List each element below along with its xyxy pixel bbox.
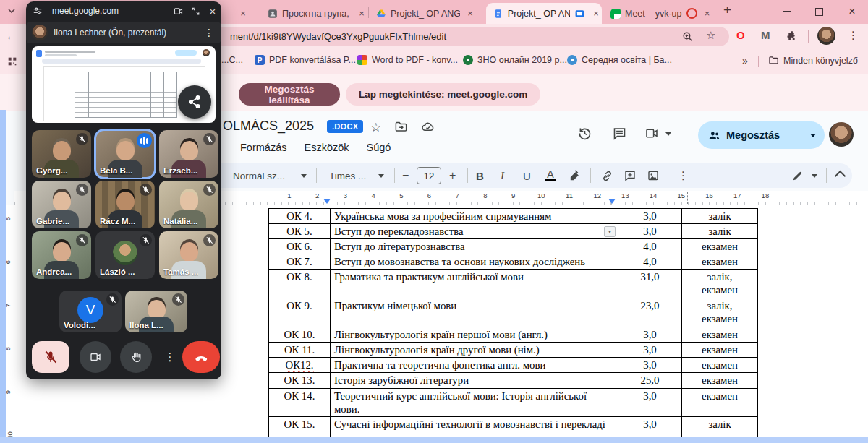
font-size-input[interactable]: 12 — [417, 167, 441, 184]
stop-sharing-button[interactable]: Megosztás leállítása — [239, 83, 340, 106]
bookmark-partial[interactable]: ...C... — [221, 55, 243, 65]
text-color-button[interactable]: A — [545, 163, 556, 188]
assessment-cell[interactable]: екзамен — [682, 254, 758, 270]
browser-profile-avatar[interactable] — [817, 27, 835, 45]
window-close-button[interactable]: × — [836, 0, 868, 23]
meet-caret-icon[interactable] — [665, 132, 671, 136]
course-id-cell[interactable]: ОК 14. — [269, 389, 331, 417]
assessment-cell[interactable]: екзамен — [682, 358, 758, 373]
credits-cell[interactable]: 31,0 — [618, 270, 682, 298]
tab-active-docs[interactable]: Projekt_ OP AN × — [486, 3, 602, 24]
editing-mode-caret[interactable] — [812, 174, 817, 178]
docs-account-avatar[interactable] — [829, 122, 854, 147]
participant-tile[interactable]: Tamás ... — [159, 231, 218, 279]
participant-tile-speaking[interactable]: Béla B... — [95, 130, 155, 178]
meet-pip-window[interactable]: meet.google.com × Ilona Lechner (Ön, pre… — [26, 1, 221, 379]
pip-close-icon[interactable]: × — [204, 2, 221, 20]
pip-media-controls-icon[interactable] — [29, 2, 46, 20]
italic-button[interactable]: I — [501, 163, 504, 188]
cloud-saved-icon[interactable] — [421, 120, 435, 134]
leave-call-button[interactable] — [182, 341, 220, 373]
course-name-cell[interactable]: Лінгвокультурологія країн другої мови (н… — [331, 343, 618, 358]
add-comment-icon[interactable] — [624, 163, 637, 188]
extensions-puzzle-icon[interactable] — [786, 30, 798, 42]
browser-menu-icon[interactable]: ⋮ — [848, 29, 859, 42]
comments-icon[interactable] — [612, 126, 627, 141]
style-caret-icon[interactable] — [301, 174, 307, 178]
all-bookmarks-button[interactable]: Minden könyvjelző — [768, 55, 858, 66]
bookmark-star-icon[interactable]: ☆ — [706, 29, 715, 42]
credits-cell[interactable]: 3,0 — [618, 389, 682, 417]
table-column-marker[interactable] — [687, 192, 688, 204]
course-id-cell[interactable]: ОК 11. — [269, 343, 331, 358]
assessment-cell[interactable]: залік — [682, 224, 758, 239]
bookmarks-overflow-chevron[interactable]: » — [742, 55, 748, 66]
window-minimize-button[interactable] — [771, 0, 803, 23]
raise-hand-button[interactable] — [120, 341, 152, 373]
course-id-cell[interactable]: ОК 4. — [269, 209, 331, 224]
tab-meet-group[interactable]: Проєктна група, с × — [262, 3, 367, 24]
credits-cell[interactable]: 4,0 — [618, 254, 682, 270]
credits-cell[interactable]: 23,0 — [618, 298, 682, 327]
bookmark-item[interactable]: ЗНО онлайн 2019 р... — [463, 55, 567, 65]
tab-close-icon[interactable]: × — [356, 8, 367, 20]
assessment-cell[interactable]: залік, екзамен — [682, 298, 758, 327]
assessment-cell[interactable]: екзамен — [682, 389, 758, 417]
participant-tile[interactable]: László ... — [95, 231, 155, 279]
star-document-icon[interactable]: ☆ — [370, 120, 381, 135]
course-id-cell[interactable]: ОК 6. — [269, 239, 331, 254]
course-name-cell[interactable]: Лінгвокультурологія країн першої мови (а… — [331, 327, 618, 343]
course-name-cell[interactable]: Українська мова за професійним спрямуван… — [331, 209, 618, 224]
course-id-cell[interactable]: ОК 8. — [269, 270, 331, 298]
presenter-more-icon[interactable]: ⋮ — [204, 27, 214, 38]
course-id-cell[interactable]: ОК 7. — [269, 254, 331, 270]
assessment-cell[interactable]: залік — [682, 209, 758, 224]
font-caret-icon[interactable] — [378, 174, 384, 178]
font-size-decrease-button[interactable]: − — [402, 163, 409, 188]
pip-camera-icon[interactable] — [169, 2, 187, 20]
underline-button[interactable]: U — [523, 163, 531, 188]
share-screen-badge-icon[interactable] — [178, 85, 211, 119]
course-name-cell[interactable]: Історія зарубіжної літератури — [331, 373, 618, 389]
credits-cell[interactable]: 25,0 — [618, 373, 682, 389]
bookmark-item[interactable]: P PDF konvertálása P... — [255, 55, 356, 65]
tab-scroll-chevron-icon[interactable] — [6, 5, 17, 17]
credits-cell[interactable]: 3,0 — [618, 224, 682, 239]
pip-expand-icon[interactable] — [187, 2, 204, 20]
microphone-muted-button[interactable] — [32, 341, 69, 373]
participant-tile[interactable]: Rácz M... — [95, 181, 155, 228]
back-button-icon[interactable]: ← — [6, 30, 17, 42]
presenter-row[interactable]: Ilona Lechner (Ön, prezentál) ⋮ — [26, 22, 221, 43]
font-select[interactable]: Times ... — [329, 163, 366, 188]
bookmark-item[interactable]: Word to PDF - konv... — [357, 55, 458, 65]
tab-close-icon[interactable]: × — [702, 8, 713, 20]
new-tab-button[interactable]: + — [723, 2, 731, 18]
participant-tile[interactable]: Ilona L... — [125, 291, 187, 332]
participant-tile[interactable]: Györg... — [32, 130, 91, 178]
zoom-level-icon[interactable] — [681, 30, 694, 43]
course-id-cell[interactable]: ОК 13. — [269, 373, 331, 389]
meet-video-icon[interactable] — [644, 126, 660, 141]
participant-tile[interactable]: V Volodi... — [59, 291, 122, 332]
course-name-cell[interactable]: Практична та теоретична фонетика англ. м… — [331, 358, 618, 373]
menu-help[interactable]: Súgó — [367, 142, 391, 153]
assessment-cell[interactable]: екзамен — [682, 327, 758, 343]
pip-titlebar[interactable]: meet.google.com × — [26, 1, 221, 20]
menu-format[interactable]: Formázás — [240, 142, 286, 153]
assessment-cell[interactable]: залік, екзамен — [682, 270, 758, 298]
share-document-button[interactable]: Megosztás — [698, 121, 825, 149]
screenshare-preview[interactable] — [32, 46, 216, 123]
extension-opera-icon[interactable]: O — [736, 29, 745, 41]
course-name-cell[interactable]: Теоретичний курс англійської мови: Істор… — [331, 389, 618, 417]
tab-close-icon[interactable]: × — [237, 8, 249, 20]
participant-tile[interactable]: Erzseb... — [159, 130, 218, 178]
share-dropdown-caret[interactable] — [801, 126, 825, 144]
participant-tile[interactable]: Andrea... — [32, 231, 91, 279]
course-name-cell[interactable]: Граматика та практикум англійської мови — [331, 270, 618, 298]
menu-tools[interactable]: Eszközök — [304, 142, 349, 153]
window-maximize-button[interactable] — [803, 0, 835, 23]
assessment-cell[interactable]: екзамен — [682, 373, 758, 389]
tab-close-icon[interactable]: × — [464, 8, 476, 20]
insert-link-icon[interactable] — [600, 163, 614, 188]
course-id-cell[interactable]: ОК12. — [269, 358, 331, 373]
